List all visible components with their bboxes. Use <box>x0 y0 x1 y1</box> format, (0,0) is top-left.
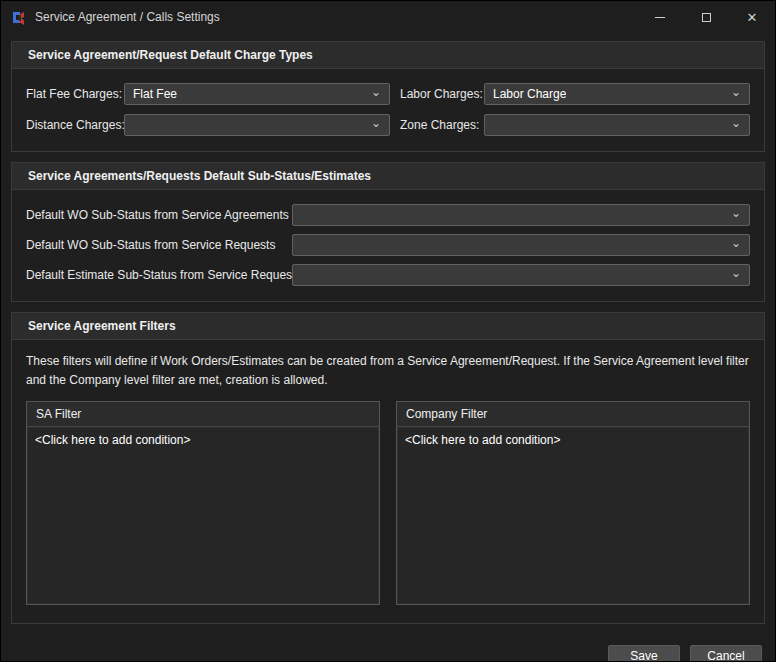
substatus-row-3: Default Estimate Sub-Status from Service… <box>26 264 750 286</box>
close-icon: ✕ <box>747 11 758 24</box>
window-title: Service Agreement / Calls Settings <box>35 10 637 24</box>
chevron-down-icon: ⌄ <box>731 268 741 278</box>
zone-charges-label: Zone Charges: <box>390 118 484 132</box>
close-button[interactable]: ✕ <box>729 1 775 33</box>
section-sub-status-body: Default WO Sub-Status from Service Agree… <box>12 190 764 301</box>
chevron-down-icon: ⌄ <box>371 118 381 128</box>
zone-charges-dropdown[interactable]: ⌄ <box>484 114 750 136</box>
section-filters-title: Service Agreement Filters <box>12 313 764 340</box>
section-charge-types-title: Service Agreement/Request Default Charge… <box>12 42 764 69</box>
sa-filter-panel: SA Filter <Click here to add condition> <box>26 401 380 605</box>
substatus-row-2: Default WO Sub-Status from Service Reque… <box>26 234 750 256</box>
chevron-down-icon: ⌄ <box>731 87 741 97</box>
estimate-substatus-requests-dropdown[interactable]: ⌄ <box>292 264 750 286</box>
company-filter-add-condition[interactable]: <Click here to add condition> <box>405 433 560 447</box>
chevron-down-icon: ⌄ <box>731 208 741 218</box>
wo-substatus-requests-dropdown[interactable]: ⌄ <box>292 234 750 256</box>
chevron-down-icon: ⌄ <box>731 118 741 128</box>
chevron-down-icon: ⌄ <box>371 87 381 97</box>
distance-charges-label: Distance Charges: <box>26 118 124 132</box>
company-filter-title: Company Filter <box>397 402 749 427</box>
settings-window: Service Agreement / Calls Settings ✕ Ser… <box>0 0 776 662</box>
filters-description: These filters will define if Work Orders… <box>12 340 764 401</box>
minimize-icon <box>655 17 665 18</box>
section-sub-status-title: Service Agreements/Requests Default Sub-… <box>12 163 764 190</box>
maximize-icon <box>702 13 711 22</box>
dialog-footer: Save Cancel <box>1 634 775 662</box>
wo-substatus-agreements-label: Default WO Sub-Status from Service Agree… <box>26 208 292 222</box>
section-charge-types: Service Agreement/Request Default Charge… <box>11 41 765 152</box>
estimate-substatus-requests-label: Default Estimate Sub-Status from Service… <box>26 268 292 282</box>
section-filters: Service Agreement Filters These filters … <box>11 312 765 624</box>
window-controls: ✕ <box>637 1 775 33</box>
charge-row-1: Flat Fee Charges: Flat Fee ⌄ Labor Charg… <box>26 83 750 105</box>
company-filter-panel: Company Filter <Click here to add condit… <box>396 401 750 605</box>
charge-row-2: Distance Charges: ⌄ Zone Charges: ⌄ <box>26 114 750 136</box>
minimize-button[interactable] <box>637 1 683 33</box>
flat-fee-charges-dropdown[interactable]: Flat Fee ⌄ <box>124 83 390 105</box>
labor-charges-value: Labor Charge <box>493 87 566 101</box>
section-charge-types-body: Flat Fee Charges: Flat Fee ⌄ Labor Charg… <box>12 69 764 151</box>
substatus-row-1: Default WO Sub-Status from Service Agree… <box>26 204 750 226</box>
labor-charges-dropdown[interactable]: Labor Charge ⌄ <box>484 83 750 105</box>
company-filter-body: <Click here to add condition> <box>397 427 749 604</box>
chevron-down-icon: ⌄ <box>731 238 741 248</box>
sa-filter-title: SA Filter <box>27 402 379 427</box>
labor-charges-label: Labor Charges: <box>390 87 484 101</box>
cancel-button[interactable]: Cancel <box>690 645 762 662</box>
wo-substatus-agreements-dropdown[interactable]: ⌄ <box>292 204 750 226</box>
dialog-content: Service Agreement/Request Default Charge… <box>1 33 775 634</box>
distance-charges-dropdown[interactable]: ⌄ <box>124 114 390 136</box>
section-sub-status: Service Agreements/Requests Default Sub-… <box>11 162 765 302</box>
sa-filter-body: <Click here to add condition> <box>27 427 379 604</box>
app-icon <box>10 9 26 25</box>
filter-panels: SA Filter <Click here to add condition> … <box>12 401 764 623</box>
maximize-button[interactable] <box>683 1 729 33</box>
wo-substatus-requests-label: Default WO Sub-Status from Service Reque… <box>26 238 292 252</box>
save-button[interactable]: Save <box>608 645 680 662</box>
flat-fee-charges-value: Flat Fee <box>133 87 177 101</box>
titlebar[interactable]: Service Agreement / Calls Settings ✕ <box>1 1 775 33</box>
sa-filter-add-condition[interactable]: <Click here to add condition> <box>35 433 190 447</box>
flat-fee-charges-label: Flat Fee Charges: <box>26 87 124 101</box>
